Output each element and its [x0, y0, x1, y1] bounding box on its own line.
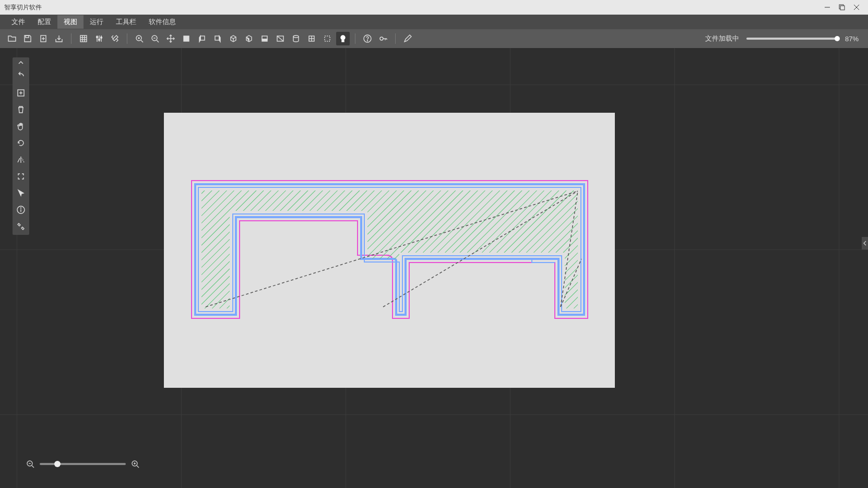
view-dotted-icon[interactable]	[320, 32, 334, 45]
slice-preview-icon	[164, 113, 615, 388]
add-object-icon[interactable]	[15, 87, 27, 99]
svg-rect-30	[200, 36, 205, 40]
loading-percent: 87%	[845, 35, 859, 43]
repair-icon[interactable]	[15, 220, 27, 233]
svg-rect-29	[184, 36, 189, 41]
svg-point-17	[97, 37, 98, 38]
svg-rect-34	[262, 39, 267, 41]
save-icon[interactable]	[21, 32, 34, 45]
left-toolbox	[13, 57, 29, 235]
svg-rect-33	[262, 36, 267, 39]
zoom-out-icon[interactable]	[148, 32, 162, 45]
view-right-icon[interactable]	[211, 32, 224, 45]
svg-line-25	[157, 40, 159, 42]
view-front-icon[interactable]	[180, 32, 193, 45]
light-bulb-icon[interactable]	[336, 32, 350, 45]
move-icon[interactable]	[164, 32, 177, 45]
svg-rect-5	[26, 35, 29, 38]
view-wireframe-icon[interactable]	[305, 32, 318, 45]
edit-icon[interactable]	[401, 32, 414, 45]
build-plate	[164, 113, 615, 388]
rotate-icon[interactable]	[15, 137, 27, 149]
new-file-icon[interactable]	[37, 32, 50, 45]
grid-line	[839, 48, 839, 488]
import-icon[interactable]	[52, 32, 66, 45]
view-iso1-icon[interactable]	[227, 32, 240, 45]
menu-view[interactable]: 视图	[57, 15, 84, 29]
select-icon[interactable]	[15, 187, 27, 199]
svg-point-19	[101, 37, 102, 39]
viewport[interactable]	[0, 48, 868, 488]
zoom-in-icon[interactable]	[133, 32, 146, 45]
minimize-button[interactable]	[820, 0, 835, 15]
delete-icon[interactable]	[15, 103, 27, 116]
sliders-icon[interactable]	[92, 32, 106, 45]
view-split-icon[interactable]	[274, 32, 287, 45]
maximize-button[interactable]	[835, 0, 849, 15]
toolbar: 文件加载中 87%	[0, 29, 868, 48]
zoom-slider[interactable]	[40, 463, 126, 465]
menu-bar: 文件 配置 视图 运行 工具栏 软件信息	[0, 15, 868, 29]
svg-rect-2	[840, 6, 845, 10]
svg-line-21	[141, 40, 143, 42]
menu-file[interactable]: 文件	[5, 15, 31, 29]
grid-line	[0, 414, 868, 415]
window-title: 智享切片软件	[4, 3, 42, 12]
menu-about[interactable]: 软件信息	[142, 15, 182, 29]
fullscreen-icon[interactable]	[15, 170, 27, 183]
menu-toolbar[interactable]: 工具栏	[110, 15, 142, 29]
grid-line	[674, 48, 675, 488]
expand-right-panel-icon[interactable]	[862, 237, 868, 249]
loading-progress[interactable]	[746, 38, 838, 40]
view-bottom-icon[interactable]	[258, 32, 271, 45]
svg-point-43	[367, 41, 368, 41]
zoom-out-small-icon[interactable]	[25, 459, 35, 469]
view-cylinder-icon[interactable]	[289, 32, 303, 45]
svg-rect-31	[215, 36, 219, 40]
key-icon[interactable]	[376, 32, 390, 45]
grid-settings-icon[interactable]	[77, 32, 90, 45]
info-icon[interactable]	[15, 204, 27, 216]
tools-icon[interactable]	[108, 32, 122, 45]
view-left-icon[interactable]	[195, 32, 209, 45]
svg-point-44	[380, 37, 383, 40]
mirror-icon[interactable]	[15, 153, 27, 166]
svg-line-53	[32, 466, 34, 468]
open-file-icon[interactable]	[5, 32, 19, 45]
collapse-toolbox-icon[interactable]	[13, 59, 29, 66]
close-button[interactable]	[849, 0, 864, 15]
svg-point-36	[293, 35, 299, 38]
zoom-control	[25, 459, 140, 469]
pan-hand-icon[interactable]	[15, 120, 27, 133]
zoom-in-small-icon[interactable]	[130, 459, 140, 469]
help-icon[interactable]	[361, 32, 374, 45]
svg-line-56	[137, 466, 139, 468]
menu-config[interactable]: 配置	[31, 15, 57, 29]
undo-icon[interactable]	[15, 70, 27, 82]
loading-label: 文件加载中	[705, 34, 739, 43]
svg-rect-9	[80, 35, 87, 42]
grid-line	[0, 85, 868, 85]
svg-rect-40	[325, 36, 330, 41]
svg-point-41	[341, 35, 345, 40]
menu-run[interactable]: 运行	[84, 15, 110, 29]
title-bar: 智享切片软件	[0, 0, 868, 15]
svg-point-51	[21, 208, 21, 208]
svg-point-18	[99, 39, 100, 41]
view-iso2-icon[interactable]	[242, 32, 256, 45]
